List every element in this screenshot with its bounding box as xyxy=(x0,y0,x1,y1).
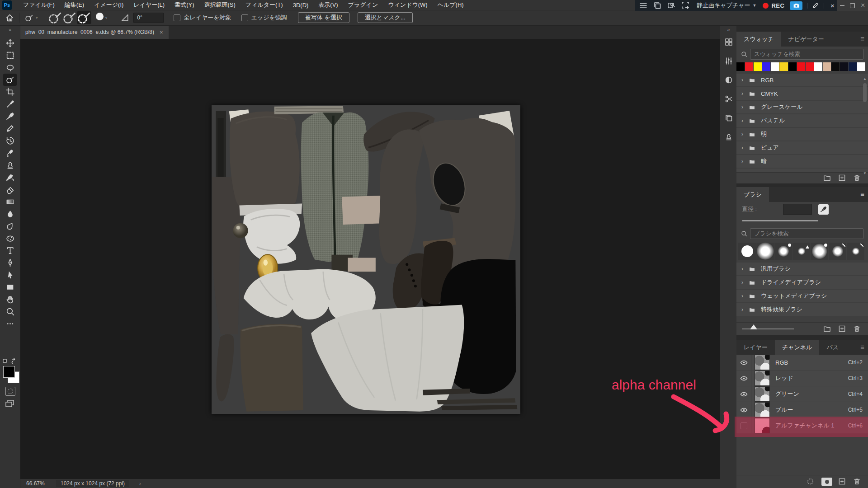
swatch-color[interactable] xyxy=(814,62,822,71)
brush-preset[interactable] xyxy=(847,243,864,260)
swatch-color[interactable] xyxy=(745,62,753,71)
tab-ナビゲーター[interactable]: ナビゲーター xyxy=(781,32,831,47)
visibility-eye-icon[interactable] xyxy=(736,355,751,370)
scissors-icon[interactable] xyxy=(724,94,734,104)
tab-レイヤー[interactable]: レイヤー xyxy=(736,340,775,355)
pencil-tool[interactable] xyxy=(3,122,17,135)
visibility-eye-icon[interactable] xyxy=(736,386,751,402)
brush-preset[interactable] xyxy=(774,243,792,260)
foreground-color[interactable] xyxy=(3,366,15,378)
selection-brush-tool[interactable] xyxy=(3,74,17,86)
swatch-search-input[interactable] xyxy=(750,49,863,60)
chevron-down-icon[interactable]: ˅ xyxy=(105,16,108,20)
halftone-icon[interactable] xyxy=(724,75,734,85)
brush-preset[interactable] xyxy=(793,243,810,260)
swatch-group-グレースケール[interactable]: ›グレースケール xyxy=(736,101,868,113)
swatch-color[interactable] xyxy=(857,62,865,71)
hamburger-icon[interactable] xyxy=(639,1,649,9)
load-selection-icon[interactable] xyxy=(807,478,816,486)
swatch-color[interactable] xyxy=(788,62,797,71)
blur-tool[interactable] xyxy=(3,208,17,220)
visibility-eye-icon[interactable] xyxy=(736,402,751,418)
enhance-edge-checkbox[interactable]: エッジを強調 xyxy=(241,14,287,22)
angle-input[interactable]: 0° xyxy=(133,13,164,23)
channel-row-RGB[interactable]: RGBCtrl+2 xyxy=(736,355,868,370)
menu-item[interactable]: ウィンドウ(W) xyxy=(383,0,432,10)
close-button[interactable]: × xyxy=(859,2,867,9)
swatch-grid-icon[interactable] xyxy=(724,37,734,47)
swatch-group-CMYK[interactable]: ›CMYK xyxy=(736,87,868,100)
channel-row-グリーン[interactable]: グリーンCtrl+4 xyxy=(736,386,868,402)
menu-item[interactable]: ヘルプ(H) xyxy=(433,0,469,10)
brush-group-特殊効果ブラシ[interactable]: ›特殊効果ブラシ xyxy=(736,303,868,316)
type-tool[interactable] xyxy=(3,244,17,257)
selection-mode-subtract-icon[interactable] xyxy=(77,11,91,24)
swatch-color[interactable] xyxy=(797,62,805,71)
panel-menu-icon[interactable]: ≡ xyxy=(860,343,864,351)
hand-tool[interactable] xyxy=(3,293,17,305)
home-icon[interactable] xyxy=(4,12,15,23)
tab-パス[interactable]: パス xyxy=(819,340,846,355)
selection-mode-add-icon[interactable] xyxy=(62,11,77,24)
new-channel-icon[interactable] xyxy=(838,478,847,486)
chevron-right-icon[interactable]: › xyxy=(736,104,748,110)
swatch-color[interactable] xyxy=(849,62,857,71)
swatch-group-RGB[interactable]: ›RGB xyxy=(736,74,868,86)
swatch-color[interactable] xyxy=(771,62,779,71)
chevron-right-icon[interactable]: › xyxy=(736,158,748,164)
swatch-group-ピュア[interactable]: ›ピュア xyxy=(736,141,868,154)
minimize-button[interactable] xyxy=(838,2,846,9)
tab-チャンネル[interactable]: チャンネル xyxy=(775,340,820,355)
move-tool[interactable] xyxy=(3,37,17,49)
selection-mode-new-icon[interactable] xyxy=(48,11,62,24)
smudge-tool[interactable] xyxy=(3,220,17,232)
eraser-tool[interactable] xyxy=(3,183,17,196)
delete-channel-icon[interactable] xyxy=(853,478,862,486)
brush-group-汎用ブラシ[interactable]: ›汎用ブラシ xyxy=(736,263,868,275)
tool-preset-icon[interactable] xyxy=(23,12,35,23)
select-and-mask-button[interactable]: 選択とマスク... xyxy=(358,12,413,23)
swatch-group-パステル[interactable]: ›パステル xyxy=(736,114,868,127)
scroll-up-icon[interactable]: ▲ xyxy=(863,77,867,81)
chevron-right-icon[interactable]: › xyxy=(736,90,748,97)
menu-item[interactable]: ファイル(F) xyxy=(18,0,60,10)
diameter-slider[interactable] xyxy=(742,220,818,221)
swatch-color[interactable] xyxy=(754,62,762,71)
panel-menu-icon[interactable]: ≡ xyxy=(860,35,864,42)
slider-thumb[interactable] xyxy=(750,324,757,329)
menu-item[interactable]: 表示(V) xyxy=(313,0,343,10)
swatch-color[interactable] xyxy=(762,62,770,71)
brush-preset[interactable] xyxy=(738,243,756,260)
brush-search-input[interactable] xyxy=(750,228,863,239)
scrollbar-thumb[interactable] xyxy=(863,83,867,102)
swatch-color[interactable] xyxy=(779,62,788,71)
chevron-down-icon[interactable]: ▼ xyxy=(753,3,757,8)
brush-size-preview[interactable] xyxy=(96,13,104,20)
status-chevron-icon[interactable]: › xyxy=(139,481,141,486)
screen-mode-icon[interactable] xyxy=(5,399,14,408)
sponge-tool[interactable] xyxy=(3,232,17,244)
swatch-group-暗[interactable]: ›暗 xyxy=(736,155,868,168)
pencil-icon[interactable] xyxy=(812,2,819,9)
direct-selection-tool[interactable] xyxy=(3,269,17,281)
clone-stamp-tool[interactable] xyxy=(3,159,17,171)
capture-mode-label[interactable]: 静止画キャプチャー xyxy=(697,1,750,9)
save-selection-as-channel-button[interactable] xyxy=(821,478,832,486)
brush-group-ウェットメディアブラシ[interactable]: ›ウェットメディアブラシ xyxy=(736,290,868,302)
document-tab[interactable]: phw_00_manufacture_0006_e.dds @ 66.7% (R… xyxy=(20,25,169,39)
lasso-tool[interactable] xyxy=(3,61,17,74)
visibility-toggle-empty[interactable] xyxy=(736,418,751,433)
chevron-right-icon[interactable]: › xyxy=(736,131,748,137)
restore-button[interactable] xyxy=(849,2,857,9)
swap-colors-icon[interactable] xyxy=(3,358,17,364)
brush-tool[interactable] xyxy=(3,110,17,122)
tab-スウォッチ[interactable]: スウォッチ xyxy=(736,32,781,47)
quick-mask-icon[interactable] xyxy=(5,387,15,396)
checkbox-icon[interactable] xyxy=(241,14,248,21)
close-tab-icon[interactable]: × xyxy=(160,29,163,36)
channel-row-ブルー[interactable]: ブルーCtrl+5 xyxy=(736,402,868,418)
new-group-folder-icon[interactable] xyxy=(823,325,832,333)
brush-preset[interactable] xyxy=(829,243,846,260)
brush-preset[interactable] xyxy=(756,243,774,260)
swatch-color[interactable] xyxy=(736,62,745,71)
